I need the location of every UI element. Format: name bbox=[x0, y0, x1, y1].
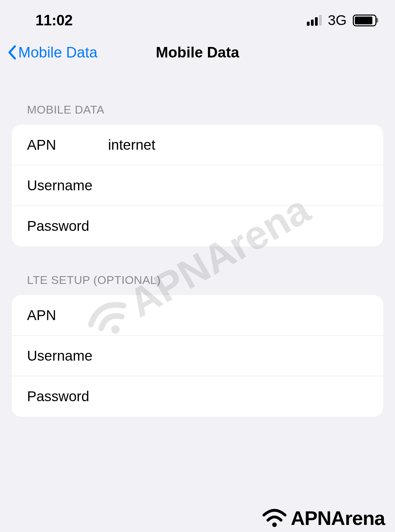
page-title: Mobile Data bbox=[156, 44, 239, 61]
wifi-icon bbox=[262, 508, 287, 528]
row-password[interactable]: Password bbox=[12, 206, 383, 246]
section-lte-setup: LTE SETUP (OPTIONAL) APN Username Passwo… bbox=[12, 273, 383, 417]
row-lte-password[interactable]: Password bbox=[12, 376, 383, 417]
row-label-apn: APN bbox=[27, 137, 108, 153]
username-input[interactable] bbox=[108, 177, 368, 194]
row-label-username: Username bbox=[27, 177, 108, 194]
apn-input[interactable] bbox=[108, 137, 368, 153]
status-bar: 11:02 3G bbox=[0, 0, 395, 37]
lte-apn-input[interactable] bbox=[108, 307, 368, 323]
chevron-left-icon bbox=[7, 45, 16, 60]
network-type: 3G bbox=[328, 12, 347, 28]
signal-icon bbox=[307, 15, 322, 26]
back-button[interactable]: Mobile Data bbox=[7, 44, 98, 61]
content: MOBILE DATA APN Username Password LTE SE… bbox=[0, 103, 395, 417]
row-lte-username[interactable]: Username bbox=[12, 336, 383, 376]
row-label-password: Password bbox=[27, 218, 108, 234]
section-header-mobile-data: MOBILE DATA bbox=[12, 103, 383, 125]
lte-password-input[interactable] bbox=[108, 388, 368, 405]
card-mobile-data: APN Username Password bbox=[12, 125, 383, 246]
row-label-lte-apn: APN bbox=[27, 307, 108, 323]
section-mobile-data: MOBILE DATA APN Username Password bbox=[12, 103, 383, 246]
battery-icon bbox=[353, 15, 376, 26]
section-header-lte-setup: LTE SETUP (OPTIONAL) bbox=[12, 273, 383, 295]
row-label-lte-password: Password bbox=[27, 388, 108, 405]
row-username[interactable]: Username bbox=[12, 165, 383, 206]
svg-point-1 bbox=[272, 522, 277, 527]
row-apn[interactable]: APN bbox=[12, 125, 383, 165]
row-lte-apn[interactable]: APN bbox=[12, 295, 383, 336]
card-lte-setup: APN Username Password bbox=[12, 295, 383, 417]
lte-username-input[interactable] bbox=[108, 348, 368, 364]
nav-bar: Mobile Data Mobile Data bbox=[0, 37, 395, 74]
back-label: Mobile Data bbox=[18, 44, 98, 61]
status-right: 3G bbox=[307, 12, 376, 28]
footer-logo-text: APNArena bbox=[291, 507, 385, 529]
row-label-lte-username: Username bbox=[27, 348, 108, 364]
status-time: 11:02 bbox=[19, 12, 73, 29]
footer-logo: APNArena bbox=[262, 507, 385, 529]
password-input[interactable] bbox=[108, 218, 368, 234]
